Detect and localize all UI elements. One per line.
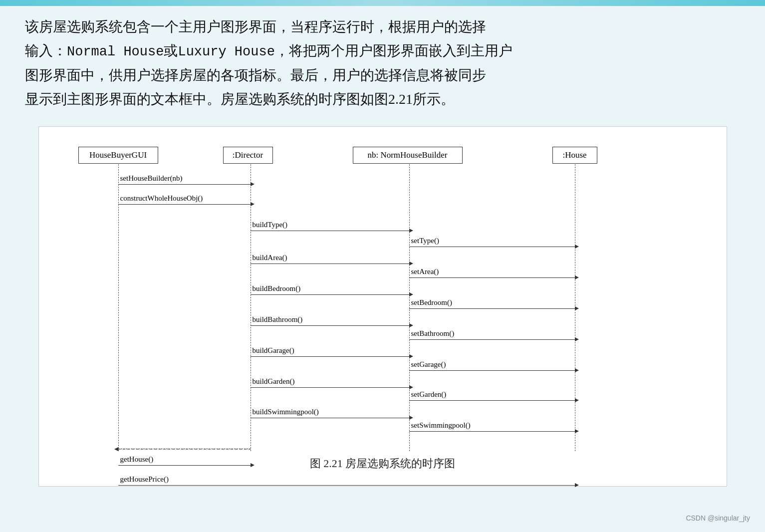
arrow-return (118, 449, 251, 449)
arrowhead-constructWhole (251, 202, 255, 206)
arrowhead-buildBedroom (409, 292, 413, 296)
arrow-getHouse: getHouse() (118, 465, 251, 466)
arrowhead-buildGarage (409, 354, 413, 358)
label-buildGarage: buildGarage() (253, 346, 294, 355)
diagram-caption: 图 2.21 房屋选购系统的时序图 (59, 456, 707, 471)
arrowhead-setBedroom (575, 306, 579, 310)
arrow-constructWhole: constructWholeHouseObj() (118, 204, 251, 205)
arrowhead-return (114, 447, 118, 451)
arrowhead-setType (575, 245, 579, 249)
arrow-setBedroom: setBedroom() (409, 308, 575, 309)
watermark: CSDN @singular_jty (686, 514, 750, 522)
arrowhead-getHousePrice (575, 483, 579, 487)
label-buildType: buildType() (253, 221, 288, 229)
lifeline-box-house: :House (552, 147, 597, 164)
label-buildBedroom: buildBedroom() (253, 284, 301, 293)
label-setArea: setArea() (411, 267, 439, 276)
label-setBedroom: setBedroom() (411, 298, 452, 307)
label-setBathroom: setBathroom() (411, 329, 455, 338)
label-setType: setType() (411, 237, 439, 245)
lifeline-box-gui: HouseBuyerGUI (78, 147, 158, 164)
label-buildSwimmingpool: buildSwimmingpool() (253, 408, 319, 416)
intro-paragraph: 该房屋选购系统包含一个主用户图形界面，当程序运行时，根据用户的选择 输入：Nor… (25, 15, 740, 111)
diagram-container: HouseBuyerGUI :Director nb: NormHouseBui… (38, 126, 727, 487)
lifeline-director (251, 164, 251, 451)
label-setGarden: setGarden() (411, 390, 447, 399)
arrowhead-setGarden (575, 398, 579, 402)
arrow-buildBedroom: buildBedroom() (251, 294, 409, 295)
label-buildGarden: buildGarden() (253, 377, 295, 386)
arrow-setBathroom: setBathroom() (409, 339, 575, 340)
arrow-setArea: setArea() (409, 277, 575, 278)
arrow-buildSwimmingpool: buildSwimmingpool() (251, 418, 409, 418)
arrow-setHouseBuilder: setHouseBuilder(nb) (118, 184, 251, 185)
arrowhead-buildSwimmingpool (409, 416, 413, 420)
arrow-buildArea: buildArea() (251, 264, 409, 264)
label-getHouse: getHouse() (120, 455, 154, 464)
arrow-setSwimmingpool: setSwimmingpool() (409, 431, 575, 432)
arrowhead-setArea (575, 275, 579, 279)
arrowhead-setHouseBuilder (251, 182, 255, 186)
label-setGarage: setGarage() (411, 360, 446, 369)
arrow-buildGarden: buildGarden() (251, 387, 409, 388)
arrowhead-buildGarden (409, 385, 413, 389)
arrow-setType: setType() (409, 247, 575, 247)
content-area: 该房屋选购系统包含一个主用户图形界面，当程序运行时，根据用户的选择 输入：Nor… (0, 0, 765, 507)
arrowhead-buildArea (409, 262, 413, 266)
lifeline-box-director: :Director (223, 147, 273, 164)
lifeline-box-builder: nb: NormHouseBuilder (353, 147, 463, 164)
arrow-setGarden: setGarden() (409, 400, 575, 401)
arrow-getHousePrice: getHousePrice() (118, 485, 575, 486)
arrowhead-setBathroom (575, 337, 579, 341)
label-getHousePrice: getHousePrice() (120, 475, 169, 484)
label-setSwimmingpool: setSwimmingpool() (411, 421, 471, 430)
label-buildBathroom: buildBathroom() (253, 315, 303, 324)
label-constructWhole: constructWholeHouseObj() (120, 194, 203, 203)
arrowhead-buildType (409, 229, 413, 233)
top-decoration (0, 0, 765, 6)
sequence-diagram: HouseBuyerGUI :Director nb: NormHouseBui… (63, 142, 702, 451)
arrowhead-getHouse (251, 463, 255, 467)
arrowhead-setSwimmingpool (575, 429, 579, 433)
arrow-buildType: buildType() (251, 231, 409, 231)
lifeline-builder (409, 164, 410, 451)
arrow-buildGarage: buildGarage() (251, 356, 409, 357)
label-setHouseBuilder: setHouseBuilder(nb) (120, 174, 183, 183)
arrowhead-buildBathroom (409, 323, 413, 327)
arrow-setGarage: setGarage() (409, 370, 575, 371)
return-line-svg (118, 449, 251, 450)
arrow-buildBathroom: buildBathroom() (251, 325, 409, 326)
label-buildArea: buildArea() (253, 254, 287, 262)
lifeline-gui (118, 164, 119, 451)
arrowhead-setGarage (575, 368, 579, 372)
